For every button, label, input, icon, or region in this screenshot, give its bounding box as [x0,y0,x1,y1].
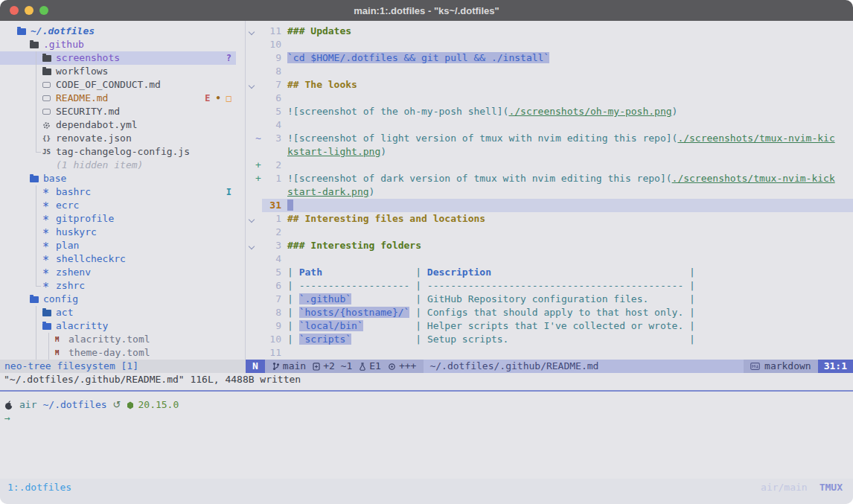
tree-item-zshenv[interactable]: *zshenv [0,266,236,279]
sign-column [255,105,262,118]
sign-column [255,279,262,293]
syntax-alt: ![screenshot of dark version of tmux wit… [287,173,672,184]
line-text: | ------------------- | ----------------… [281,279,853,293]
line-number: 2 [262,159,281,172]
editor-line[interactable]: 8| `hosts/{hostname}/` | Configs that sh… [246,306,853,319]
cursor-block [287,200,293,211]
editor-buffer[interactable]: 11### Updates109`cd $HOME/.dotfiles && g… [246,21,853,360]
cursor-position: 31:1 [818,360,853,373]
editor-line[interactable]: 31 [246,199,853,212]
shell-pane[interactable]: air ~/.dotfiles ↺ 20.15.0 → [0,390,853,472]
editor-line[interactable]: 6 [246,92,853,105]
prompt-hostname: air [19,398,36,412]
markdown-file-icon [42,82,51,88]
tree-item-zshrc[interactable]: *zshrc [0,279,236,293]
markdown-file-icon [750,363,760,370]
indent-guide [17,199,30,212]
editor-line[interactable]: 10 [246,38,853,51]
sign-column [255,293,262,306]
syntax-td: Setup scripts. [427,334,509,345]
sign-column [255,38,262,51]
tree-item-1-hidden-item[interactable]: (1 hidden item) [0,159,236,172]
editor-line[interactable]: 8 [246,65,853,78]
indent-guide [30,78,42,92]
syntax-alt: ) [672,106,678,117]
editor-line[interactable]: +1![screenshot of dark version of tmux w… [246,172,853,185]
editor-line[interactable]: 9`cd $HOME/.dotfiles && git pull && ./in… [246,51,853,65]
tree-item-code-of-conduct-md[interactable]: CODE_OF_CONDUCT.md [0,78,236,92]
editor-line[interactable]: 10| `scripts` | Setup scripts. | [246,333,853,346]
indent-guide [4,333,17,346]
tree-item-base[interactable]: base [0,172,236,185]
editor-line[interactable]: 5![screenshot of the oh-my-posh shell](.… [246,105,853,118]
tree-item-shellcheckrc[interactable]: *shellcheckrc [0,252,236,266]
sign-column [255,118,262,132]
tree-item-dependabot-yml[interactable]: dependabot.yml [0,118,236,132]
tree-item-huskyrc[interactable]: *huskyrc [0,226,236,239]
tree-item-alacritty[interactable]: alacritty [0,319,236,333]
editor-line[interactable]: 5| Path | Description | [246,266,853,279]
editor-line[interactable]: 1## Interesting files and locations [246,212,853,226]
fold-chevron-icon[interactable] [248,243,254,249]
fold-chevron-icon[interactable] [248,217,254,223]
command-line-message: "~/.dotfiles/.github/README.md" 116L, 44… [0,373,853,386]
editor-line[interactable]: ~3![screenshot of light version of tmux … [246,132,853,145]
editor-line[interactable]: 7| `.github` | GitHub Repository configu… [246,293,853,306]
tree-item-label: plan [56,239,79,252]
tree-item-security-md[interactable]: SECURITY.md [0,105,236,118]
tree-item-bashrc[interactable]: *bashrcI [0,185,236,199]
fold-column [246,118,255,132]
indent-guide [4,185,17,199]
editor-line[interactable]: 11 [246,346,853,360]
prompt-arrow[interactable]: → [4,412,853,425]
indent-guide [4,226,17,239]
editor-line[interactable]: 9| `local/bin` | Helper scripts that I'v… [246,319,853,333]
fold-column [246,252,255,266]
tree-item-label: .github [43,38,84,51]
sign-column [255,65,262,78]
neotree-sidebar[interactable]: ~/.dotfiles.githubscreenshots?workflowsC… [0,21,246,360]
tree-item-theme-day-toml[interactable]: Mtheme-day.toml [0,346,236,360]
tree-item-act[interactable]: act [0,306,236,319]
editor-line[interactable]: 4 [246,252,853,266]
gear-icon [42,121,51,130]
tree-item-gitprofile[interactable]: *gitprofile [0,212,236,226]
editor-line-wrap[interactable]: start-dark.png) [246,185,853,199]
tree-item-workflows[interactable]: workflows [0,65,236,78]
editor-line[interactable]: 2 [246,226,853,239]
line-text: | `local/bin` | Helper scripts that I've… [281,319,853,333]
editor-line[interactable]: 7## The looks [246,78,853,92]
fold-chevron-icon[interactable] [248,29,254,35]
indent-guide [4,266,17,279]
tree-item-plan[interactable]: *plan [0,239,236,252]
editor-line[interactable]: 11### Updates [246,25,853,38]
tree-item-readme-md[interactable]: README.mdE•□ [0,92,236,105]
editor-line[interactable]: 6| ------------------- | ---------------… [246,279,853,293]
line-text: ## Interesting files and locations [281,212,853,226]
markdown-file-icon [42,95,51,101]
editor-line-wrap[interactable]: kstart-light.png) [246,145,853,159]
syntax-link: ./screenshots/tmux-nvim-kick [672,173,835,184]
tree-item-alacritty-toml[interactable]: Malacritty.toml [0,333,236,346]
indent-guide [30,185,42,199]
tree-item-ecrc[interactable]: *ecrc [0,199,236,212]
syntax-alt: ![screenshot of the oh-my-posh shell]( [287,106,508,117]
fold-column [246,212,255,226]
circle-dot-icon [388,363,396,371]
tree-item-label: ~/.dotfiles [31,25,95,38]
tree-item-dotfiles[interactable]: ~/.dotfiles [0,25,236,38]
fold-column [246,65,255,78]
tree-item-screenshots[interactable]: screenshots? [0,51,236,65]
tree-item-renovate-json[interactable]: {}renovate.json [0,132,236,145]
tree-item-tag-changelog-config-js[interactable]: JStag-changelog-config.js [0,145,236,159]
sign-column [255,212,262,226]
editor-line[interactable]: +2 [246,159,853,172]
git-diff-counts: +2 ~1 [323,360,352,373]
tree-item-config[interactable]: config [0,293,236,306]
indent-guide [30,252,42,266]
tree-item-github[interactable]: .github [0,38,236,51]
editor-line[interactable]: 4 [246,118,853,132]
tmux-window-name[interactable]: 1:.dotfiles [7,481,71,504]
editor-line[interactable]: 3### Interesting folders [246,239,853,252]
fold-chevron-icon[interactable] [248,83,254,89]
